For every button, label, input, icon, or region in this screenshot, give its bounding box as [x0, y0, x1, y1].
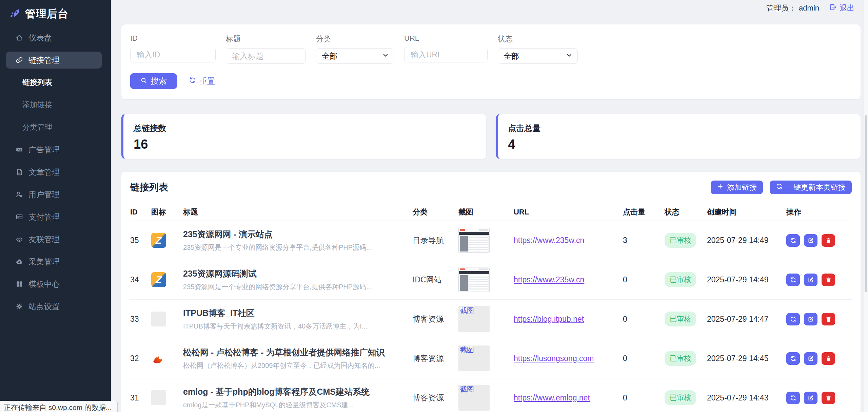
screenshot-thumbnail[interactable] — [458, 267, 490, 292]
col-header-icon: 图标 — [151, 204, 183, 221]
col-header-created: 创建时间 — [707, 204, 786, 221]
filter-id-input[interactable] — [130, 47, 216, 62]
table-row: 34 Z 235资源网源码测试 235资源网是一个专业的网络资源分享平台,提供各… — [130, 260, 852, 299]
row-actions — [786, 392, 852, 404]
sidebar-item-label: 仪表盘 — [28, 33, 52, 43]
sidebar-subitem-category-management[interactable]: 分类管理 — [0, 119, 111, 136]
sidebar-item-payment-management[interactable]: 支付管理 — [6, 208, 102, 225]
screenshot-broken-link[interactable]: 截图 — [458, 345, 490, 371]
col-header-title: 标题 — [183, 204, 413, 221]
screenshot-broken-link[interactable]: 截图 — [458, 385, 490, 411]
link-category: 目录导航 — [413, 221, 458, 260]
delete-link-button[interactable] — [822, 274, 835, 286]
stat-label: 总链接数 — [134, 123, 476, 134]
sync-icon — [776, 183, 783, 192]
row-actions — [786, 352, 852, 365]
admin-label: 管理员： — [766, 3, 796, 13]
edit-link-button[interactable] — [804, 352, 817, 365]
edit-link-button[interactable] — [804, 392, 817, 404]
click-count: 0 — [623, 299, 665, 339]
filter-category-select[interactable]: 全部 — [316, 48, 394, 64]
sidebar-item-template-center[interactable]: 模板中心 — [6, 276, 102, 293]
status-badge: 已审核 — [665, 312, 696, 326]
chevron-down-icon — [566, 52, 573, 61]
scrollbar-thumb[interactable] — [865, 115, 867, 292]
delete-link-button[interactable] — [822, 392, 835, 404]
row-id: 35 — [130, 221, 151, 260]
edit-link-button[interactable] — [804, 234, 817, 247]
row-id: 34 — [130, 260, 151, 299]
link-description: 235资源网是一个专业的网络资源分享平台,提供各种PHP源码... — [183, 243, 413, 252]
link-url[interactable]: https://lusongsong.com — [514, 354, 594, 363]
cloud-download-icon — [16, 258, 23, 265]
refresh-link-button[interactable] — [786, 392, 800, 404]
row-id: 33 — [130, 299, 151, 339]
link-list-card: 链接列表 添加链接 一键更新本页链接 — [121, 172, 861, 412]
row-actions — [786, 313, 852, 325]
sidebar-item-site-settings[interactable]: 站点设置 — [6, 298, 102, 315]
topbar: 管理员： admin 退出 — [111, 0, 868, 16]
gear-icon — [16, 303, 23, 310]
status-badge: 已审核 — [665, 390, 696, 405]
stat-label: 点击总量 — [508, 123, 851, 134]
filter-id-label: ID — [130, 34, 216, 43]
plus-icon — [717, 183, 724, 192]
row-actions — [786, 234, 852, 247]
sidebar-item-friendlink-management[interactable]: 友联管理 — [6, 231, 102, 248]
logout-link[interactable]: 退出 — [829, 3, 854, 13]
link-title: 松松网 - 卢松松博客 - 为草根创业者提供网络推广知识 — [183, 347, 413, 358]
search-button[interactable]: 搜索 — [130, 73, 177, 89]
link-url[interactable]: https://www.235w.cn — [514, 275, 584, 284]
sidebar-item-collection-management[interactable]: 采集管理 — [6, 253, 102, 270]
filter-url-label: URL — [404, 34, 488, 43]
delete-link-button[interactable] — [822, 313, 835, 325]
filter-title-label: 标题 — [226, 34, 306, 44]
filter-title-input[interactable] — [226, 48, 306, 64]
table-row: 33 ITPUB博客_IT社区 ITPUB博客每天千篇余篇博文新资讯，40多万活… — [130, 299, 852, 339]
link-url[interactable]: https://www.emlog.net — [514, 393, 590, 402]
page-scrollbar[interactable] — [863, 0, 868, 412]
click-count: 0 — [623, 339, 665, 378]
list-actions: 添加链接 一键更新本页链接 — [711, 181, 852, 194]
refresh-link-button[interactable] — [786, 352, 800, 365]
filter-url-input[interactable] — [404, 47, 488, 62]
col-header-url: URL — [514, 204, 623, 221]
search-filter-card: ID 标题 分类 全部 URL — [121, 24, 861, 99]
sidebar-subitem-link-list[interactable]: 链接列表 — [0, 74, 111, 91]
site-favicon-235: Z — [151, 233, 166, 248]
sidebar-item-user-management[interactable]: 用户管理 — [6, 186, 102, 203]
screenshot-thumbnail[interactable] — [458, 228, 490, 253]
sidebar-subitem-add-link[interactable]: 添加链接 — [0, 96, 111, 113]
delete-link-button[interactable] — [822, 352, 835, 365]
update-page-links-button[interactable]: 一键更新本页链接 — [770, 181, 852, 194]
table-row: 31 emlog - 基于php的blog博客程序及CMS建站系统 emlog是… — [130, 378, 852, 412]
delete-link-button[interactable] — [822, 234, 835, 247]
sidebar-item-ad-management[interactable]: Ad 广告管理 — [6, 141, 102, 158]
col-header-status: 状态 — [665, 204, 707, 221]
sidebar-item-dashboard[interactable]: 仪表盘 — [6, 29, 102, 46]
refresh-link-button[interactable] — [786, 313, 800, 325]
site-favicon-placeholder — [151, 390, 166, 405]
refresh-link-button[interactable] — [786, 274, 800, 286]
filter-status-select[interactable]: 全部 — [498, 48, 578, 64]
reset-button[interactable]: 重置 — [189, 76, 215, 87]
thumb-body — [459, 274, 489, 292]
link-url[interactable]: https://blog.itpub.net — [514, 315, 584, 323]
add-link-button[interactable]: 添加链接 — [711, 181, 763, 194]
sidebar-item-article-management[interactable]: 文章管理 — [6, 164, 102, 181]
file-icon — [16, 168, 23, 176]
link-description: 235资源网是一个专业的网络资源分享平台,提供各种PHP源码... — [183, 282, 413, 292]
link-category: 博客资源 — [413, 339, 458, 378]
link-url[interactable]: https://www.235w.cn — [514, 236, 584, 245]
stat-value: 4 — [508, 137, 851, 152]
links-table: ID 图标 标题 分类 截图 URL 点击量 状态 创建时间 操作 — [130, 204, 852, 412]
sidebar-item-label: 站点设置 — [28, 301, 60, 312]
link-description: 松松网（卢松松博客）从2009年创立至今，已经成为国内知名的... — [183, 361, 413, 370]
col-header-clicks: 点击量 — [623, 204, 665, 221]
sidebar-item-link-management[interactable]: 链接管理 — [6, 52, 102, 69]
screenshot-broken-link[interactable]: 截图 — [458, 306, 490, 332]
click-count: 0 — [623, 378, 665, 412]
refresh-link-button[interactable] — [786, 234, 800, 247]
edit-link-button[interactable] — [804, 274, 817, 286]
edit-link-button[interactable] — [804, 313, 817, 325]
